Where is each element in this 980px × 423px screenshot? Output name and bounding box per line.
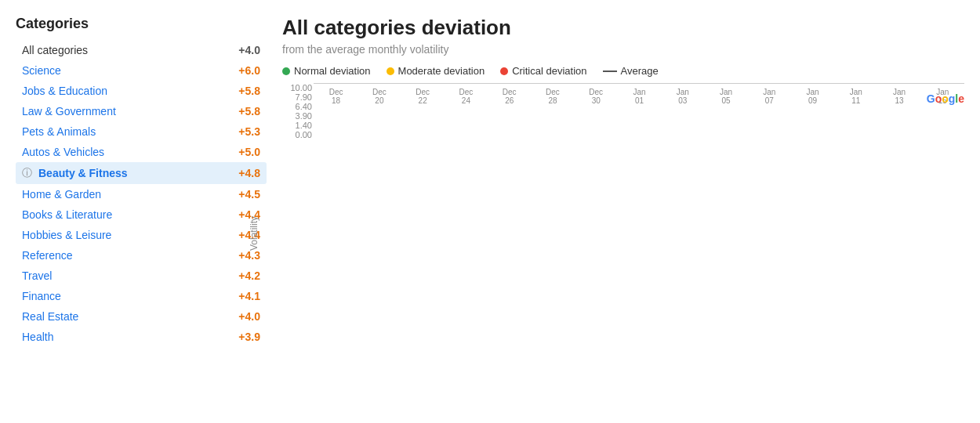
category-item[interactable]: All categories+4.0 (16, 40, 267, 60)
category-name: All categories (22, 44, 88, 56)
x-axis-label: Jan01 (623, 88, 655, 105)
legend-dot-icon (500, 67, 508, 75)
category-name: Books & Literature (22, 208, 112, 221)
category-name: Reference (22, 249, 73, 262)
category-value: +3.9 (238, 331, 260, 343)
category-name: Hobbies & Leisure (22, 229, 111, 241)
x-axis-label: Jan13 (884, 88, 915, 105)
chart-panel: All categories deviation from the averag… (282, 16, 964, 407)
category-list: All categories+4.0Science+6.0Jobs & Educ… (16, 40, 267, 347)
x-axis-label: Jan07 (753, 88, 785, 105)
y-axis-title: Volatility (249, 216, 260, 251)
x-axis-label: Jan09 (797, 88, 829, 105)
legend-item: Critical deviation (500, 65, 586, 77)
chart-legend: Normal deviationModerate deviationCritic… (282, 65, 964, 77)
category-item[interactable]: Books & Literature+4.4 (16, 204, 267, 225)
category-item[interactable]: Pets & Animals+5.3 (16, 121, 267, 142)
x-axis-label: Dec30 (580, 88, 612, 105)
google-logo: Google (927, 92, 964, 105)
y-axis-label: 6.40 (285, 102, 312, 111)
y-axis-label: 0.00 (285, 130, 312, 139)
category-item[interactable]: Law & Government+5.8 (16, 101, 267, 121)
x-axis-labels: Dec18Dec20Dec22Dec24Dec26Dec28Dec30Jan01… (314, 88, 964, 105)
category-item[interactable]: Reference+4.3 (16, 245, 267, 266)
category-item[interactable]: Hobbies & Leisure+4.4 (16, 225, 267, 245)
panel-title: Categories (16, 16, 267, 32)
category-value: +5.3 (238, 125, 260, 138)
category-name: Finance (22, 290, 61, 302)
x-axis-label: Dec26 (494, 88, 525, 105)
category-name: Autos & Vehicles (22, 146, 104, 158)
chart-area: 10.007.906.403.901.400.00 Dec18Dec20Dec2… (314, 83, 964, 84)
legend-label: Critical deviation (512, 65, 586, 77)
legend-item: Moderate deviation (387, 65, 485, 77)
x-axis-label: Jan03 (667, 88, 699, 105)
category-name: Science (22, 64, 61, 77)
legend-label: Normal deviation (294, 65, 371, 77)
category-value: +4.3 (238, 249, 260, 262)
info-icon[interactable]: ⓘ (22, 166, 32, 180)
y-axis-label: 10.00 (285, 83, 312, 92)
category-item[interactable]: ⓘBeauty & Fitness+4.8 (16, 162, 267, 184)
legend-label: Moderate deviation (398, 65, 485, 77)
category-value: +5.8 (238, 105, 260, 118)
category-name: Beauty & Fitness (38, 167, 128, 179)
category-item[interactable]: Travel+4.2 (16, 266, 267, 286)
category-item[interactable]: Finance+4.1 (16, 286, 267, 306)
category-name: Law & Government (22, 105, 116, 118)
legend-item: Average (603, 65, 659, 77)
category-item[interactable]: Jobs & Education+5.8 (16, 81, 267, 101)
legend-dot-icon (282, 67, 290, 75)
x-axis-label: Dec28 (537, 88, 568, 105)
category-value: +6.0 (238, 64, 260, 77)
chart-title: All categories deviation (282, 16, 964, 40)
category-item[interactable]: Autos & Vehicles+5.0 (16, 142, 267, 162)
category-name: Real Estate (22, 310, 78, 323)
chart-subtitle: from the average monthly volatility (282, 43, 964, 56)
legend-item: Normal deviation (282, 65, 371, 77)
x-axis-label: Dec24 (450, 88, 481, 105)
legend-line-icon (603, 70, 617, 72)
y-axis-label: 3.90 (285, 111, 312, 121)
categories-panel: Categories All categories+4.0Science+6.0… (16, 16, 267, 407)
category-name: Jobs & Education (22, 85, 107, 97)
category-value: +4.0 (238, 310, 260, 323)
x-axis-label: Dec20 (364, 88, 395, 105)
x-axis-label: Jan05 (710, 88, 742, 105)
legend-label: Average (621, 65, 659, 77)
category-name: Travel (22, 269, 52, 282)
category-value: +4.0 (238, 44, 260, 56)
category-value: +5.8 (238, 85, 260, 97)
category-value: +4.8 (238, 167, 260, 179)
category-item[interactable]: Science+6.0 (16, 60, 267, 81)
category-item[interactable]: Real Estate+4.0 (16, 306, 267, 327)
y-axis-label: 1.40 (285, 121, 312, 130)
category-name: Health (22, 331, 53, 343)
x-axis-label: Dec22 (407, 88, 438, 105)
category-name: Pets & Animals (22, 125, 96, 138)
x-axis-label: Dec18 (321, 88, 352, 105)
category-value: +4.2 (238, 269, 260, 282)
category-item[interactable]: Home & Garden+4.5 (16, 184, 267, 204)
legend-dot-icon (387, 67, 394, 75)
category-name: Home & Garden (22, 188, 101, 201)
category-value: +4.1 (238, 290, 260, 302)
category-value: +5.0 (238, 146, 260, 158)
category-value: +4.5 (238, 188, 260, 201)
category-item[interactable]: Health+3.9 (16, 327, 267, 347)
x-axis-label: Jan11 (840, 88, 872, 105)
y-axis-label: 7.90 (285, 92, 312, 102)
